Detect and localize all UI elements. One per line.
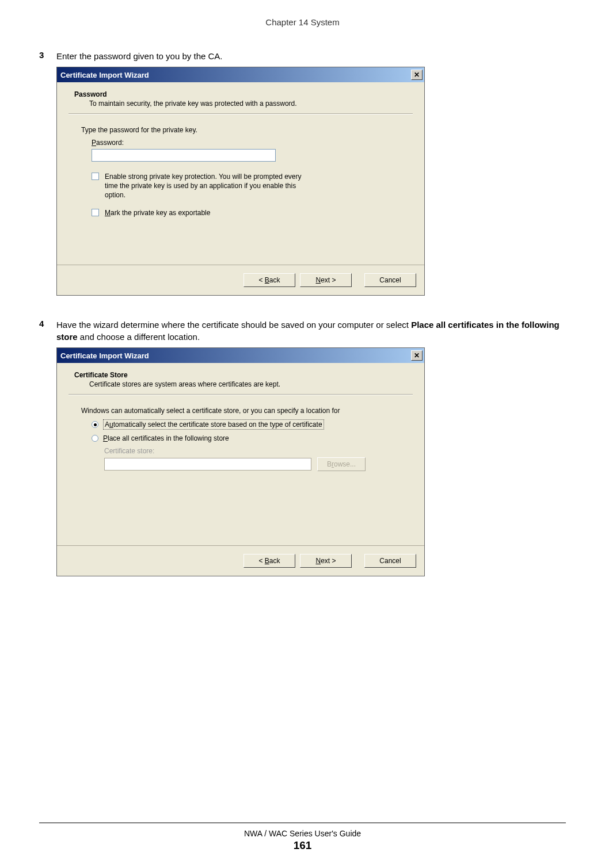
radio-place-all-row[interactable]: Place all certificates in the following … — [92, 434, 413, 442]
divider — [69, 394, 413, 395]
button-row: < Back Next > Cancel — [57, 265, 424, 295]
step-number: 4 — [39, 319, 56, 343]
password-input[interactable] — [92, 149, 276, 162]
checkbox-exportable[interactable] — [92, 209, 99, 216]
certificate-store-row: Browse... — [104, 457, 413, 471]
guide-name: NWA / WAC Series User's Guide — [0, 829, 605, 838]
store-prompt: Windows can automatically select a certi… — [81, 407, 413, 415]
radio-place-all[interactable] — [92, 435, 98, 442]
close-icon: ✕ — [414, 352, 420, 359]
page-number: 161 — [0, 839, 605, 852]
wizard-subheading: Certificate stores are system areas wher… — [89, 380, 413, 388]
checkbox-strong-protection[interactable] — [92, 173, 99, 180]
back-button[interactable]: < Back — [243, 554, 295, 568]
wizard-heading: Certificate Store — [74, 371, 413, 379]
password-prompt: Type the password for the private key. — [81, 126, 413, 134]
wizard-heading: Password — [74, 90, 413, 98]
cert-import-wizard-store-dialog: Certificate Import Wizard ✕ Certificate … — [56, 347, 425, 576]
radio-dot-icon — [94, 423, 97, 426]
close-button[interactable]: ✕ — [411, 70, 423, 80]
radio-auto-select-row[interactable]: Automatically select the certificate sto… — [92, 419, 413, 430]
divider — [69, 113, 413, 114]
button-row: < Back Next > Cancel — [57, 545, 424, 576]
certificate-store-input — [104, 458, 311, 471]
cancel-button[interactable]: Cancel — [364, 273, 416, 287]
cancel-button[interactable]: Cancel — [364, 554, 416, 568]
close-icon: ✕ — [414, 71, 420, 78]
cert-import-wizard-password-dialog: Certificate Import Wizard ✕ Password To … — [56, 67, 425, 296]
password-label: Password: — [92, 139, 413, 147]
checkbox-label: Enable strong private key protection. Yo… — [105, 172, 312, 200]
radio-label: Automatically select the certificate sto… — [103, 419, 324, 430]
wizard-subheading: To maintain security, the private key wa… — [89, 100, 413, 108]
radio-auto-select[interactable] — [92, 421, 98, 428]
step-4: 4 Have the wizard determine where the ce… — [39, 319, 566, 343]
footer-divider — [39, 823, 566, 823]
browse-button: Browse... — [317, 457, 366, 471]
step-number: 3 — [39, 50, 56, 62]
enable-strong-protection-row[interactable]: Enable strong private key protection. Yo… — [92, 172, 413, 200]
dialog-title: Certificate Import Wizard — [60, 351, 149, 360]
step-text: Enter the password given to you by the C… — [56, 50, 566, 62]
back-button[interactable]: < Back — [243, 273, 295, 287]
mark-exportable-row[interactable]: Mark the private key as exportable — [92, 208, 413, 217]
next-button[interactable]: Next > — [300, 554, 352, 568]
chapter-header: Chapter 14 System — [39, 17, 566, 27]
next-button[interactable]: Next > — [300, 273, 352, 287]
step-3: 3 Enter the password given to you by the… — [39, 50, 566, 62]
checkbox-label: Mark the private key as exportable — [105, 208, 210, 217]
close-button[interactable]: ✕ — [411, 350, 423, 361]
certificate-store-label: Certificate store: — [104, 447, 413, 455]
titlebar: Certificate Import Wizard ✕ — [57, 67, 424, 82]
page-footer: NWA / WAC Series User's Guide 161 — [0, 823, 605, 852]
dialog-title: Certificate Import Wizard — [60, 71, 149, 79]
radio-label: Place all certificates in the following … — [103, 434, 229, 442]
step-text: Have the wizard determine where the cert… — [56, 319, 566, 343]
titlebar: Certificate Import Wizard ✕ — [57, 348, 424, 363]
